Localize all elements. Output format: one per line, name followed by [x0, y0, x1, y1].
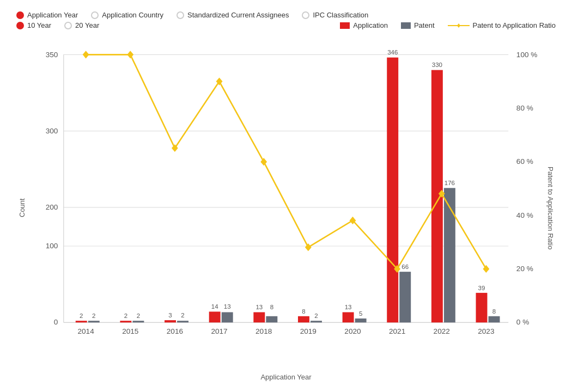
svg-marker-3 [457, 23, 460, 28]
legend-10year[interactable]: 10 Year [16, 21, 51, 29]
bar-pat-2019 [311, 321, 322, 322]
svg-text:100: 100 [46, 242, 58, 250]
bar-pat-2015 [132, 321, 144, 322]
legend-20year[interactable]: 20 Year [64, 21, 99, 29]
legend-rect-application [340, 22, 350, 29]
svg-text:2019: 2019 [300, 327, 317, 335]
svg-text:2021: 2021 [389, 327, 405, 335]
svg-text:2: 2 [181, 312, 184, 318]
legend-label-app-year: Application Year [27, 11, 78, 19]
legend-label-ratio: Patent to Application Ratio [473, 21, 556, 29]
bar-app-2023 [476, 293, 488, 322]
svg-text:13: 13 [345, 304, 352, 310]
svg-text:2: 2 [314, 313, 318, 319]
svg-text:60 %: 60 % [516, 157, 533, 166]
ratio-point-2015 [127, 51, 133, 58]
chart-svg: 350 300 200 100 0 100 % 80 % 60 % 40 % 2… [29, 35, 543, 371]
legend-ipc-class[interactable]: IPC Classification [302, 11, 368, 19]
legend-label-app-country: Application Country [102, 11, 163, 19]
svg-rect-0 [340, 22, 350, 29]
svg-text:14: 14 [211, 303, 218, 310]
svg-text:2: 2 [80, 313, 83, 319]
bar-app-2014 [76, 321, 87, 322]
svg-text:300: 300 [46, 127, 58, 135]
legend-label-std-assignees: Standardized Current Assignees [187, 11, 289, 19]
svg-text:2022: 2022 [434, 327, 450, 335]
svg-text:2016: 2016 [167, 327, 183, 335]
y-axis-label-right: Patent to Application Ratio [545, 35, 556, 381]
bar-app-2020 [343, 312, 354, 322]
svg-text:8: 8 [302, 308, 305, 315]
svg-text:13: 13 [224, 303, 231, 310]
legend-circle-10year [16, 22, 24, 29]
legend-label-20year: 20 Year [75, 21, 99, 29]
svg-text:2023: 2023 [478, 327, 494, 335]
legend-ratio[interactable]: Patent to Application Ratio [448, 21, 556, 29]
svg-text:350: 350 [46, 51, 58, 59]
bar-pat-2016 [177, 321, 188, 322]
svg-text:2015: 2015 [122, 327, 138, 335]
svg-text:39: 39 [478, 285, 485, 291]
legend-row-2: 10 Year 20 Year Application Patent Paten… [16, 21, 556, 29]
bar-pat-2021 [399, 272, 411, 322]
legend-circle-app-country [91, 11, 99, 19]
svg-text:13: 13 [255, 304, 263, 310]
svg-text:330: 330 [432, 62, 442, 68]
bar-pat-2018 [266, 316, 277, 323]
svg-text:176: 176 [445, 180, 455, 186]
bar-app-2015 [120, 321, 131, 322]
bar-app-2021 [387, 58, 398, 323]
legend-label-ipc-class: IPC Classification [313, 11, 368, 19]
legend-row2-right: Application Patent Patent to Application… [340, 21, 556, 29]
svg-text:100 %: 100 % [516, 51, 538, 59]
legend-application[interactable]: Application [340, 21, 388, 29]
legend-circle-app-year [16, 11, 24, 19]
svg-text:80 %: 80 % [516, 104, 533, 112]
svg-text:0: 0 [54, 318, 58, 326]
svg-text:0 %: 0 % [516, 318, 529, 326]
svg-text:3: 3 [168, 312, 172, 318]
chart-svg-container: 350 300 200 100 0 100 % 80 % 60 % 40 % 2… [29, 35, 543, 371]
ratio-point-2014 [83, 51, 88, 58]
legend-app-country[interactable]: Application Country [91, 11, 163, 19]
legend-app-year[interactable]: Application Year [16, 11, 78, 19]
chart-area: 350 300 200 100 0 100 % 80 % 60 % 40 % 2… [29, 35, 543, 381]
svg-text:346: 346 [387, 49, 398, 56]
legend-circle-ipc-class [302, 11, 309, 19]
bar-pat-2020 [355, 318, 367, 322]
legend-label-application: Application [353, 21, 388, 29]
legend-rect-patent [401, 22, 411, 29]
ratio-line [86, 54, 486, 269]
svg-text:2017: 2017 [211, 327, 227, 335]
svg-text:2020: 2020 [344, 327, 361, 335]
svg-text:2: 2 [137, 313, 140, 319]
legend-circle-std-assignees [177, 11, 184, 19]
y-axis-label-left: Count [16, 35, 27, 381]
x-axis-label: Application Year [29, 373, 543, 381]
svg-text:66: 66 [401, 264, 409, 270]
svg-text:2014: 2014 [77, 327, 94, 335]
legend-row-1: Application Year Application Country Sta… [16, 11, 556, 19]
svg-text:40 %: 40 % [516, 211, 533, 219]
bar-pat-2023 [489, 316, 500, 323]
svg-text:2: 2 [124, 313, 127, 319]
bar-pat-2017 [222, 312, 233, 322]
svg-rect-1 [401, 22, 411, 29]
legend-label-10year: 10 Year [27, 21, 51, 29]
chart-wrapper: Count 350 300 200 100 0 [16, 35, 556, 381]
svg-text:5: 5 [359, 310, 362, 317]
svg-text:2: 2 [92, 313, 95, 319]
svg-text:200: 200 [46, 203, 58, 211]
legend-std-assignees[interactable]: Standardized Current Assignees [177, 11, 289, 19]
legend-line-ratio [448, 22, 470, 29]
legend-patent[interactable]: Patent [401, 21, 435, 29]
bar-app-2016 [165, 320, 176, 322]
bar-app-2018 [253, 312, 265, 322]
bar-pat-2014 [88, 321, 100, 322]
bar-app-2017 [209, 311, 221, 322]
svg-text:8: 8 [270, 304, 273, 310]
svg-text:2018: 2018 [255, 327, 272, 335]
legend-circle-20year [64, 22, 72, 29]
svg-text:20 %: 20 % [516, 265, 533, 273]
svg-text:8: 8 [492, 308, 496, 315]
